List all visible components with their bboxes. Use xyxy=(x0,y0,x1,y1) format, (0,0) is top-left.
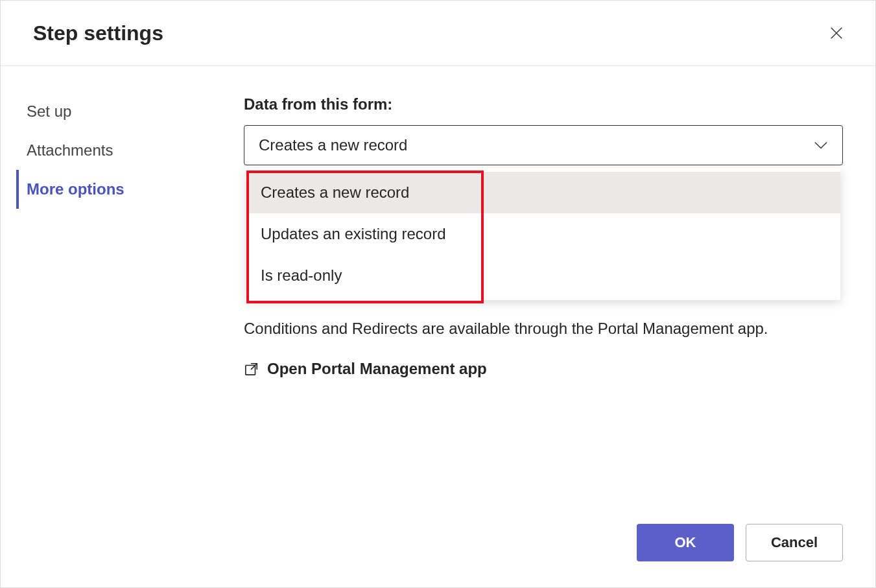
dropdown-option-label: Updates an existing record xyxy=(261,225,446,242)
close-icon xyxy=(829,26,844,40)
open-new-window-icon xyxy=(244,362,259,376)
sidebar-item-setup[interactable]: Set up xyxy=(16,92,221,131)
dropdown-option-updates-existing[interactable]: Updates an existing record xyxy=(246,213,840,255)
data-from-form-dropdown: Creates a new record Creates a new recor… xyxy=(244,125,843,165)
dropdown-option-read-only[interactable]: Is read-only xyxy=(246,255,840,296)
sidebar-item-label: Attachments xyxy=(27,141,113,159)
step-settings-dialog: Step settings Set up Attachments More op… xyxy=(0,0,876,588)
ok-button[interactable]: OK xyxy=(637,524,734,561)
cancel-button[interactable]: Cancel xyxy=(746,524,843,561)
dropdown-select[interactable]: Creates a new record xyxy=(244,125,843,165)
dropdown-option-creates-new[interactable]: Creates a new record xyxy=(246,172,840,213)
dropdown-selected-value: Creates a new record xyxy=(259,136,407,154)
sidebar-item-attachments[interactable]: Attachments xyxy=(16,131,221,170)
dialog-body: Set up Attachments More options Data fro… xyxy=(1,66,875,587)
cancel-button-label: Cancel xyxy=(771,534,818,551)
dialog-header: Step settings xyxy=(1,1,875,66)
dialog-footer: OK Cancel xyxy=(637,524,843,561)
sidebar: Set up Attachments More options xyxy=(1,66,221,587)
dropdown-menu: Creates a new record Updates an existing… xyxy=(246,168,840,300)
dialog-title: Step settings xyxy=(33,21,163,45)
svg-line-3 xyxy=(251,364,257,370)
dropdown-option-label: Creates a new record xyxy=(261,183,409,201)
ok-button-label: OK xyxy=(675,534,696,551)
close-button[interactable] xyxy=(823,20,849,46)
dropdown-option-label: Is read-only xyxy=(261,266,342,284)
sidebar-item-label: More options xyxy=(27,180,124,198)
portal-link-label: Open Portal Management app xyxy=(267,360,487,378)
main-panel: Data from this form: Creates a new recor… xyxy=(221,66,875,587)
field-label-data-from-form: Data from this form: xyxy=(244,95,843,113)
info-text: Conditions and Redirects are available t… xyxy=(244,318,843,340)
chevron-down-icon xyxy=(814,141,828,150)
open-portal-management-link[interactable]: Open Portal Management app xyxy=(244,360,487,378)
sidebar-item-more-options[interactable]: More options xyxy=(16,170,221,209)
sidebar-item-label: Set up xyxy=(27,102,71,120)
